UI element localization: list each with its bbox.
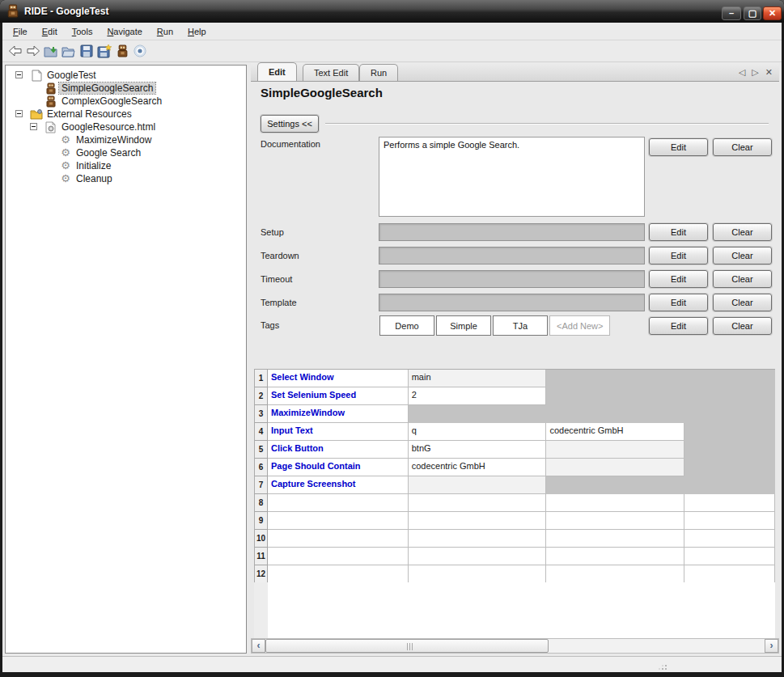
row-number[interactable]: 6 xyxy=(255,459,268,476)
scroll-right-icon[interactable]: › xyxy=(765,639,778,653)
save-icon[interactable] xyxy=(78,42,95,60)
tree-item-complexgooglesearch[interactable]: ComplexGoogleSearch xyxy=(6,95,246,108)
grid-cell[interactable] xyxy=(409,494,547,512)
tree-item-label[interactable]: Cleanup xyxy=(74,173,115,184)
grid-cell[interactable] xyxy=(684,512,775,530)
tree-item-simplegooglesearch[interactable]: SimpleGoogleSearch xyxy=(6,82,246,95)
row-number[interactable]: 4 xyxy=(255,423,268,441)
grid-cell[interactable] xyxy=(684,548,775,565)
tree-item-google-search[interactable]: ⚙Google Search xyxy=(6,146,246,159)
grid-cell[interactable] xyxy=(546,405,684,423)
title-bar[interactable]: RIDE - GoogleTest – ▢ ✕ xyxy=(0,0,784,23)
tree-item-label[interactable]: Google Search xyxy=(74,147,143,159)
grid-cell[interactable] xyxy=(268,512,409,530)
tag[interactable]: Simple xyxy=(436,315,491,336)
tree-item-cleanup[interactable]: ⚙Cleanup xyxy=(6,172,246,185)
menu-help[interactable]: Help xyxy=(180,24,214,39)
setup-edit-button[interactable]: Edit xyxy=(649,223,708,241)
tag[interactable]: Demo xyxy=(379,315,434,336)
grid-cell[interactable] xyxy=(409,512,547,530)
grid-cell[interactable] xyxy=(268,530,409,548)
grid-cell[interactable] xyxy=(546,530,684,548)
tree-item-label[interactable]: SimpleGoogleSearch xyxy=(59,83,155,94)
go-back-icon[interactable] xyxy=(6,42,24,60)
tab-run[interactable]: Run xyxy=(359,64,398,81)
tree-item-googleresource-html[interactable]: GoogleResource.html xyxy=(6,121,246,133)
timeout-edit-button[interactable]: Edit xyxy=(649,270,708,288)
grid-cell[interactable] xyxy=(546,441,684,459)
grid-cell[interactable] xyxy=(684,476,775,494)
go-forward-icon[interactable] xyxy=(24,42,42,60)
collapse-toggle-icon[interactable] xyxy=(15,71,23,78)
documentation-field[interactable]: Performs a simple Google Search. xyxy=(379,137,645,217)
tags-edit-button[interactable]: Edit xyxy=(649,317,708,335)
tab-edit[interactable]: Edit xyxy=(257,62,297,81)
grid-cell[interactable] xyxy=(546,387,684,405)
open-suite-icon[interactable] xyxy=(42,42,60,60)
row-number[interactable]: 7 xyxy=(255,476,268,494)
keyword-grid[interactable]: 1Select Windowmain2Set Selenium Speed23M… xyxy=(254,369,775,583)
row-number[interactable]: 5 xyxy=(255,441,268,459)
row-number[interactable]: 10 xyxy=(255,530,268,548)
timeout-clear-button[interactable]: Clear xyxy=(713,270,772,288)
row-number[interactable]: 2 xyxy=(255,387,268,405)
tree-item-label[interactable]: GoogleResource.html xyxy=(59,121,158,133)
grid-cell[interactable] xyxy=(684,370,775,387)
collapse-toggle-icon[interactable] xyxy=(15,110,23,117)
grid-cell[interactable] xyxy=(546,565,684,583)
tree-item-external-resources[interactable]: External Resources xyxy=(6,108,246,121)
grid-cell[interactable] xyxy=(409,548,547,565)
grid-cell[interactable] xyxy=(546,476,684,494)
grid-cell[interactable]: q xyxy=(409,423,547,441)
tags-clear-button[interactable]: Clear xyxy=(713,317,772,335)
row-number[interactable]: 11 xyxy=(255,548,268,565)
grid-cell[interactable] xyxy=(268,548,409,565)
template-edit-button[interactable]: Edit xyxy=(649,294,708,311)
documentation-clear-button[interactable]: Clear xyxy=(713,138,772,156)
grid-cell[interactable] xyxy=(268,565,409,583)
documentation-edit-button[interactable]: Edit xyxy=(649,138,708,156)
grid-cell[interactable] xyxy=(409,565,547,583)
stop-icon[interactable] xyxy=(131,42,149,60)
tree-item-initialize[interactable]: ⚙Initialize xyxy=(6,159,246,172)
grid-cell[interactable]: Input Text xyxy=(268,423,409,441)
settings-toggle-button[interactable]: Settings << xyxy=(261,115,319,133)
scroll-left-icon[interactable]: ‹ xyxy=(252,639,265,653)
suite-tree[interactable]: GoogleTestSimpleGoogleSearchComplexGoogl… xyxy=(5,65,247,654)
tag[interactable]: TJa xyxy=(493,315,548,336)
grid-cell[interactable] xyxy=(268,494,409,512)
menu-file[interactable]: File xyxy=(6,24,35,39)
grid-cell[interactable]: btnG xyxy=(409,441,547,459)
tab-text-edit[interactable]: Text Edit xyxy=(303,64,359,81)
grid-cell[interactable]: main xyxy=(409,370,547,387)
grid-cell[interactable]: Page Should Contain xyxy=(268,459,409,476)
menu-run[interactable]: Run xyxy=(150,24,180,39)
tab-close-icon[interactable]: ✕ xyxy=(765,67,773,78)
tree-item-googletest[interactable]: GoogleTest xyxy=(6,69,246,82)
tab-scroll-right-icon[interactable]: ▷ xyxy=(752,67,758,78)
grid-cell[interactable]: codecentric GmbH xyxy=(409,459,547,476)
grid-cell[interactable] xyxy=(546,494,684,512)
grid-cell[interactable]: MaximizeWindow xyxy=(268,405,409,423)
save-all-icon[interactable] xyxy=(95,42,113,60)
row-number[interactable]: 1 xyxy=(255,370,268,387)
grid-cell[interactable] xyxy=(684,423,775,441)
resize-grip-icon[interactable] xyxy=(660,663,668,671)
row-number[interactable]: 12 xyxy=(255,565,268,583)
grid-cell[interactable] xyxy=(546,548,684,565)
close-button[interactable]: ✕ xyxy=(763,6,782,20)
collapse-toggle-icon[interactable] xyxy=(30,123,37,130)
setup-clear-button[interactable]: Clear xyxy=(713,223,772,241)
tree-item-maximizewindow[interactable]: ⚙MaximizeWindow xyxy=(6,133,246,146)
grid-cell[interactable]: codecentric GmbH xyxy=(546,423,684,441)
tab-scroll-left-icon[interactable]: ◁ xyxy=(739,67,745,78)
menu-navigate[interactable]: Navigate xyxy=(100,24,149,39)
grid-cell[interactable]: Click Button xyxy=(268,441,409,459)
grid-cell[interactable] xyxy=(409,405,547,423)
robot-icon[interactable] xyxy=(113,42,131,60)
teardown-edit-button[interactable]: Edit xyxy=(649,247,708,264)
grid-cell[interactable]: Set Selenium Speed xyxy=(268,387,409,405)
grid-cell[interactable] xyxy=(684,459,775,476)
grid-cell[interactable] xyxy=(546,370,684,387)
grid-cell[interactable] xyxy=(684,530,775,548)
